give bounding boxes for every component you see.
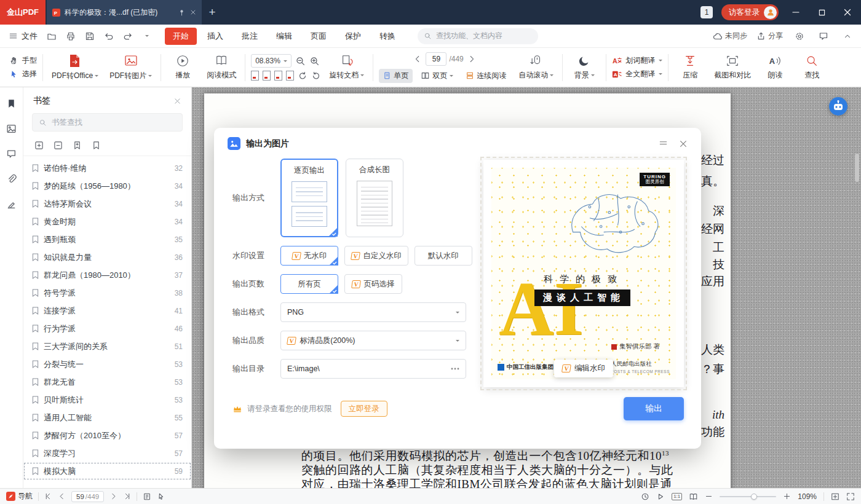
edit-watermark-button[interactable]: V 编辑水印	[554, 360, 613, 377]
app-logo-tab[interactable]: 金山PDF	[0, 0, 46, 25]
bookmark-list-icon[interactable]	[92, 141, 101, 150]
actual-size-icon[interactable]	[286, 71, 294, 81]
maximize-button[interactable]	[813, 4, 830, 21]
new-tab-button[interactable]: +	[202, 0, 223, 25]
more-actions-button[interactable]	[140, 29, 154, 44]
thumbnails-panel-icon[interactable]	[6, 124, 17, 134]
zoom-slider[interactable]	[720, 496, 776, 497]
collapse-ribbon-button[interactable]	[840, 29, 855, 44]
zoom-in-button[interactable]	[783, 492, 791, 500]
bookmark-item[interactable]: 梦的延续（1956—1980）34	[23, 177, 191, 195]
bookmark-item[interactable]: 行为学派46	[23, 320, 191, 337]
hand-tool-status-icon[interactable]	[143, 492, 151, 501]
settings-button[interactable]	[792, 29, 807, 44]
export-button[interactable]: 输出	[624, 397, 684, 420]
next-page-icon[interactable]	[467, 55, 476, 63]
double-page-view-button[interactable]: 双页	[416, 69, 458, 83]
book-view-icon[interactable]	[689, 492, 698, 501]
bookmark-item[interactable]: 通用人工智能55	[23, 409, 191, 427]
expand-all-icon[interactable]	[34, 141, 44, 150]
open-file-button[interactable]	[44, 29, 59, 44]
navigation-button[interactable]: 导航	[6, 491, 33, 502]
close-panel-icon[interactable]	[173, 97, 181, 105]
bookmark-item[interactable]: 梦醒何方（2010至今）57	[23, 427, 191, 444]
assistant-robot-button[interactable]	[829, 97, 847, 116]
guest-login-button[interactable]: 访客登录	[721, 4, 779, 20]
signature-panel-icon[interactable]	[6, 199, 17, 210]
first-page-icon[interactable]	[44, 492, 52, 500]
find-button[interactable]: 查找	[796, 54, 828, 81]
background-button[interactable]: 背景	[568, 54, 600, 81]
last-page-icon[interactable]	[123, 492, 131, 500]
method-long-image[interactable]: 合成长图	[346, 159, 403, 237]
prev-page-icon[interactable]	[413, 55, 422, 63]
bookmark-search-input[interactable]: 书签查找	[32, 113, 183, 132]
document-tab[interactable]: P 科学的极致：漫...df (已加密)	[47, 0, 202, 25]
rotate-document-button[interactable]: 旋转文档	[326, 54, 367, 81]
collapse-all-icon[interactable]	[54, 141, 63, 150]
bookmark-item[interactable]: 分裂与统一53	[23, 355, 191, 373]
dialog-menu-icon[interactable]	[659, 139, 668, 148]
full-translate-button[interactable]: A 全文翻译	[612, 69, 662, 79]
file-menu-button[interactable]: 文件	[6, 31, 40, 42]
zoom-out-icon[interactable]	[295, 56, 306, 66]
close-dialog-icon[interactable]	[679, 140, 688, 148]
tab-count-badge[interactable]: 1	[700, 6, 713, 18]
ribbon-tab-5[interactable]: 保护	[337, 28, 369, 45]
share-button[interactable]: 分享	[756, 31, 783, 41]
zoom-percent[interactable]: 109%	[798, 492, 817, 501]
method-page-by-page[interactable]: 逐页输出	[280, 159, 338, 237]
continuous-view-button[interactable]: 连续阅读	[461, 69, 510, 83]
bookmark-item[interactable]: 群龙问鼎（1980—2010）37	[23, 266, 191, 284]
bookmark-item[interactable]: 达特茅斯会议34	[23, 195, 191, 213]
rotate-left-icon[interactable]	[298, 71, 308, 81]
pin-icon[interactable]	[178, 9, 186, 17]
output-directory-input[interactable]: E:\image\	[280, 359, 466, 379]
actual-size-button[interactable]: 1:1	[672, 493, 682, 500]
hand-tool-button[interactable]: 手型	[9, 55, 37, 66]
pages-select-button[interactable]: V 页码选择	[344, 274, 402, 294]
close-tab-icon[interactable]	[189, 9, 197, 16]
watermark-default-button[interactable]: 默认水印	[415, 246, 472, 266]
rotate-right-icon[interactable]	[311, 71, 321, 81]
auto-scroll-button[interactable]: 自动滚动	[515, 54, 557, 81]
bookmark-item[interactable]: 三大学派间的关系51	[23, 337, 191, 355]
ribbon-tab-3[interactable]: 编辑	[268, 28, 300, 45]
bookmark-item[interactable]: 深度学习57	[23, 444, 191, 462]
bookmark-item[interactable]: 模拟大脑59	[23, 462, 191, 480]
comments-panel-icon[interactable]	[6, 149, 17, 159]
prev-page-icon[interactable]	[58, 492, 66, 500]
word-translate-button[interactable]: A 划词翻译	[612, 55, 662, 66]
bookmark-item[interactable]: 贝叶斯统计53	[23, 391, 191, 409]
bookmark-item[interactable]: 黄金时期34	[23, 213, 191, 230]
pages-all-button[interactable]: 所有页	[280, 274, 338, 294]
undo-button[interactable]	[101, 29, 116, 44]
watermark-custom-button[interactable]: V 自定义水印	[344, 246, 408, 266]
pdf-to-office-button[interactable]: PDF转Office	[49, 53, 101, 81]
sync-status[interactable]: 未同步	[713, 31, 747, 41]
fit-width-icon[interactable]	[263, 71, 271, 81]
zoom-slider-knob[interactable]	[751, 494, 757, 500]
bookmark-item[interactable]: 符号学派38	[23, 284, 191, 302]
attachments-panel-icon[interactable]	[6, 174, 17, 184]
single-page-view-button[interactable]: 单页	[379, 69, 413, 83]
fit-height-icon[interactable]	[274, 71, 282, 81]
play-button[interactable]: 播放	[167, 54, 199, 81]
ribbon-tab-4[interactable]: 页面	[303, 28, 335, 45]
login-now-button[interactable]: 立即登录	[341, 401, 387, 417]
format-dropdown[interactable]: PNG	[280, 302, 466, 322]
pdf-to-image-button[interactable]: PDF转图片	[106, 53, 155, 81]
bookmark-item[interactable]: 诺伯特·维纳32	[23, 159, 191, 177]
redo-button[interactable]	[121, 29, 135, 44]
watermark-none-button[interactable]: V 无水印	[280, 246, 338, 266]
select-tool-status-icon[interactable]	[157, 492, 165, 501]
slideshow-icon[interactable]	[656, 492, 665, 501]
status-page-input[interactable]: 59 /449	[71, 491, 104, 502]
browse-icon[interactable]	[451, 368, 459, 370]
feature-search-input[interactable]: 查找功能、文档内容	[418, 28, 538, 44]
vertical-scrollbar[interactable]	[855, 154, 859, 182]
fit-page-icon[interactable]	[251, 71, 259, 81]
select-tool-button[interactable]: 选择	[9, 69, 37, 79]
ribbon-tab-0[interactable]: 开始	[165, 28, 197, 45]
close-window-button[interactable]	[839, 4, 856, 21]
